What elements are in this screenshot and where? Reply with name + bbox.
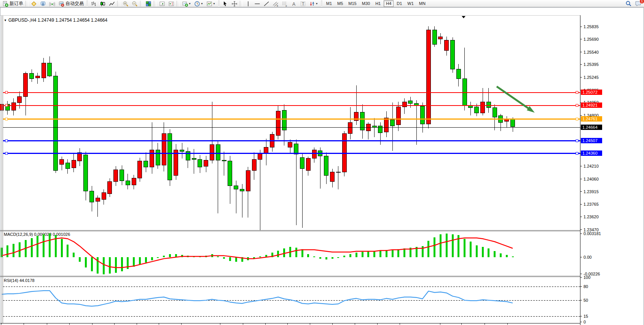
line-handle[interactable] (5, 104, 8, 107)
tile-windows-button[interactable] (144, 0, 153, 7)
text-icon: A (291, 1, 297, 7)
timeframe-m15[interactable]: M15 (346, 0, 359, 7)
line-handle[interactable] (5, 91, 8, 94)
line-chart-button[interactable] (108, 0, 116, 7)
chart-panel[interactable]: MACD(12,26,9) 0.000028 0.001026RSI(14) 4… (0, 7, 644, 325)
zoom-in-button[interactable] (121, 0, 130, 7)
timeframe-d1[interactable]: D1 (394, 0, 404, 7)
fibonacci-icon: F (282, 1, 288, 7)
dropdown-caret: ▼ (188, 2, 191, 5)
chat-button[interactable]: 1 (634, 0, 643, 7)
terminal-icon (40, 1, 46, 7)
symbol-dropdown-icon[interactable]: ▼ (4, 19, 7, 22)
trendline-button[interactable] (262, 0, 271, 7)
line-handle[interactable] (576, 91, 578, 94)
horizontal-line-button[interactable] (253, 0, 261, 7)
indicators-icon (182, 1, 188, 7)
separator (140, 1, 143, 6)
price-tick: 1.23765 (583, 202, 599, 207)
price-tick: 1.23915 (583, 189, 599, 194)
separator (240, 1, 243, 6)
text-button[interactable]: A (290, 0, 298, 7)
chart-shift-button[interactable] (167, 0, 175, 7)
channel-button[interactable]: E (271, 0, 280, 7)
separator (117, 1, 120, 6)
toolbar-grip (218, 1, 220, 6)
line-handle[interactable] (5, 140, 8, 142)
terminal-button[interactable] (39, 0, 47, 7)
timeframe-m1[interactable]: M1 (324, 0, 334, 7)
zoom-in-icon (123, 1, 129, 7)
indicators-button[interactable]: ▼ (181, 0, 192, 7)
metaeditor-icon (31, 1, 37, 7)
zoom-out-icon (132, 1, 138, 7)
price-tick: 1.25835 (583, 24, 599, 29)
new-order-label: 新订单 (10, 0, 23, 7)
price-tick: 1.24060 (583, 177, 599, 181)
autotrading-label: 自动交易 (65, 0, 84, 7)
line-handle[interactable] (5, 152, 8, 155)
toolbar: 新订单 自动交易 (0, 0, 644, 7)
svg-text:1.25072: 1.25072 (582, 90, 598, 94)
metaeditor-button[interactable] (30, 0, 38, 7)
candlestick-button[interactable] (99, 0, 107, 7)
price-tick: 1.25395 (583, 62, 599, 67)
text-label-icon: T (300, 1, 306, 7)
search-button[interactable] (624, 0, 633, 7)
tile-windows-icon (145, 1, 151, 7)
shapes-button[interactable]: ▼ (308, 0, 319, 7)
toolbar-right-group: 1 (624, 0, 643, 7)
templates-button[interactable]: ▼ (205, 0, 217, 7)
timeframe-h4[interactable]: H4 (384, 0, 394, 7)
rsi-label: RSI(14) 44.0178 (4, 278, 35, 283)
line-handle[interactable] (576, 152, 578, 155)
channel-icon: E (273, 1, 279, 7)
line-handle[interactable] (576, 104, 578, 107)
text-label-button[interactable]: T (299, 0, 307, 7)
svg-text:1.24360: 1.24360 (582, 151, 598, 155)
svg-text:E: E (277, 4, 278, 6)
toolbar-grip (86, 1, 88, 6)
timeframe-mn[interactable]: MN (417, 0, 428, 7)
zoom-out-button[interactable] (131, 0, 139, 7)
candlestick-icon (100, 1, 106, 7)
crosshair-button[interactable] (230, 0, 239, 7)
auto-scroll-icon (159, 1, 165, 7)
bar-chart-button[interactable] (89, 0, 98, 7)
new-order-icon (2, 1, 8, 7)
separator (177, 1, 180, 6)
cursor-button[interactable] (221, 0, 230, 7)
svg-text:1.24921: 1.24921 (582, 103, 598, 107)
timeframe-h1[interactable]: H1 (373, 0, 383, 7)
dropdown-caret: ▼ (201, 2, 203, 5)
macd-tick: 0.003181 (583, 231, 601, 236)
rsi-tick: 0 (583, 320, 586, 324)
line-handle[interactable] (576, 140, 578, 142)
fibonacci-button[interactable]: F (281, 0, 289, 7)
chart-canvas[interactable]: MACD(12,26,9) 0.000028 0.001026RSI(14) 4… (0, 7, 644, 325)
svg-text:F: F (285, 5, 287, 7)
vertical-line-button[interactable] (244, 0, 252, 7)
price-tick: 1.25245 (583, 75, 599, 80)
dropdown-caret: ▼ (213, 2, 215, 5)
search-icon (625, 0, 632, 7)
timeframe-m30[interactable]: M30 (360, 0, 372, 7)
chart-title: GBPUSD-,H4 1.24749 1.24754 1.24654 1.246… (8, 18, 108, 23)
line-handle[interactable] (576, 118, 578, 120)
separator (154, 1, 157, 6)
line-chart-icon (109, 1, 115, 7)
shapes-arrows-icon (309, 1, 315, 7)
timeframe-w1[interactable]: W1 (405, 0, 416, 7)
line-handle[interactable] (5, 118, 8, 120)
autotrading-button[interactable]: 自动交易 (57, 0, 85, 7)
timeframe-m5[interactable]: M5 (335, 0, 345, 7)
toolbar-grip (321, 1, 322, 6)
svg-text:1.24761: 1.24761 (582, 117, 598, 121)
auto-scroll-button[interactable] (158, 0, 166, 7)
signals-button[interactable] (48, 0, 56, 7)
crosshair-icon (231, 1, 238, 7)
new-order-button[interactable]: 新订单 (1, 0, 24, 7)
periods-button[interactable]: ▼ (193, 0, 204, 7)
vertical-line-icon (245, 1, 251, 7)
periods-icon (194, 1, 200, 7)
